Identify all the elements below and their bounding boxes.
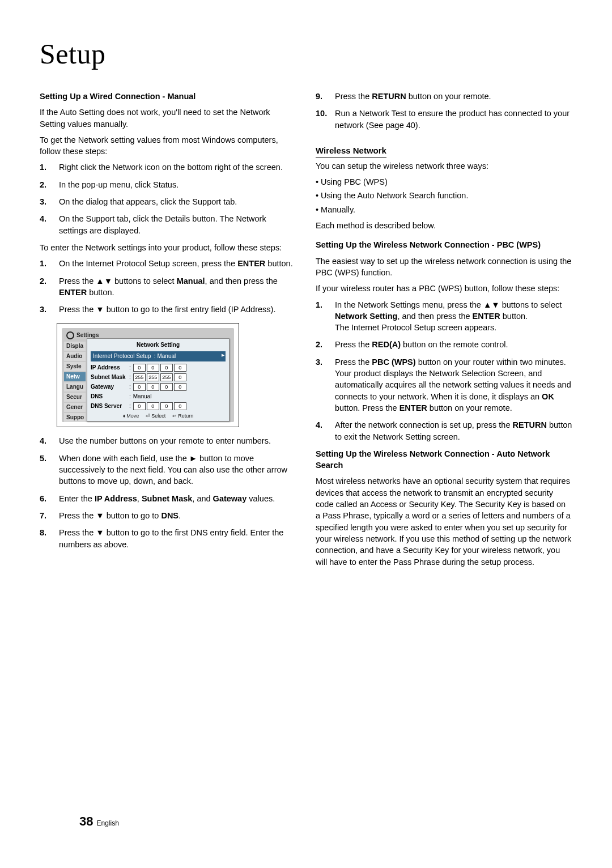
- sidebar-item: Audio: [64, 352, 86, 361]
- ip-octet: 0: [160, 402, 173, 410]
- heading-pbc-wps: Setting Up the Wireless Network Connecti…: [316, 239, 572, 250]
- list-item: Manually.: [316, 204, 572, 215]
- settings-sidebar: Displa Audio Syste Netw Langu Secur Gene…: [64, 342, 86, 423]
- sidebar-item: Syste: [64, 362, 86, 371]
- ip-octet: 0: [174, 402, 186, 410]
- step-text: Press the RED(A) button on the remote co…: [335, 339, 508, 350]
- step-text: Press the ▼ button to go to DNS.: [59, 510, 181, 521]
- paragraph: You can setup the wireless network three…: [316, 160, 572, 172]
- sidebar-item: Suppo: [64, 413, 86, 422]
- page-title: Setup: [40, 34, 572, 74]
- step-number: 3.: [40, 304, 51, 315]
- step-text: Press the RETURN button on your remote.: [335, 91, 491, 102]
- ip-address-row: IP Address: 0 0 0 0: [91, 364, 226, 372]
- chevron-right-icon: ▶: [222, 352, 224, 358]
- step-number: 1.: [40, 258, 51, 269]
- step-number: 3.: [316, 356, 327, 414]
- step-text: Press the ▼ button to go to the first DN…: [59, 527, 296, 550]
- step-text: After the network connection is set up, …: [335, 419, 572, 442]
- step-number: 4.: [316, 419, 327, 442]
- step-number: 10.: [316, 108, 327, 131]
- field-label: IP Address: [91, 364, 129, 372]
- step-number: 8.: [40, 527, 51, 550]
- ip-octet: 0: [147, 364, 159, 372]
- dns-row: DNS: Manual: [91, 393, 226, 401]
- return-hint: ↩ Return: [172, 412, 193, 420]
- page-lang: English: [96, 819, 118, 827]
- step-text: Run a Network Test to ensure the product…: [335, 108, 572, 131]
- steps-get-values: 1.Right click the Network icon on the bo…: [40, 161, 296, 236]
- sidebar-item-active: Netw: [64, 372, 86, 381]
- steps-enter-settings: 1.On the Internet Protocol Setup screen,…: [40, 258, 296, 315]
- step-text: On the Support tab, click the Details bu…: [59, 213, 296, 236]
- step-number: 2.: [40, 179, 51, 190]
- protocol-value: Manual: [157, 353, 176, 359]
- step-text: Press the ▼ button to go to the first en…: [59, 304, 275, 315]
- ip-octet: 0: [133, 364, 146, 372]
- step-text: On the Internet Protocol Setup screen, p…: [59, 258, 293, 269]
- network-setting-dialog: Network Setting Internet Protocol Setup …: [87, 338, 230, 422]
- paragraph: Most wireless networks have an optional …: [316, 475, 572, 567]
- paragraph: The easiest way to set up the wireless n…: [316, 256, 572, 279]
- subnet-mask-row: Subnet Mask: 255 255 255 0: [91, 373, 226, 381]
- ip-octet: 0: [174, 364, 186, 372]
- step-number: 3.: [40, 196, 51, 207]
- dns-value: Manual: [133, 393, 152, 401]
- paragraph: If your wireless router has a PBC (WPS) …: [316, 283, 572, 294]
- steps-continuation: 9.Press the RETURN button on your remote…: [316, 91, 572, 131]
- step-number: 6.: [40, 493, 51, 504]
- paragraph: If the Auto Setting does not work, you'l…: [40, 107, 296, 130]
- step-text: On the dialog that appears, click the Su…: [59, 196, 237, 207]
- ip-octet: 0: [133, 383, 146, 391]
- page-number: 38: [79, 814, 93, 828]
- settings-panel-illustration: Settings Displa Audio Syste Netw Langu S…: [57, 323, 239, 427]
- step-number: 4.: [40, 213, 51, 236]
- step-number: 5.: [40, 453, 51, 487]
- step-text: Press the ▲▼ buttons to select Manual, a…: [59, 275, 296, 299]
- step-text: Enter the IP Address, Subnet Mask, and G…: [59, 493, 275, 504]
- step-text: In the Network Settings menu, press the …: [335, 299, 572, 334]
- right-column: 9.Press the RETURN button on your remote…: [316, 91, 572, 572]
- list-item: Using the Auto Network Search function.: [316, 190, 572, 201]
- step-number: 2.: [40, 275, 51, 299]
- ip-octet: 0: [174, 383, 186, 391]
- left-column: Setting Up a Wired Connection - Manual I…: [40, 91, 296, 572]
- field-label: Gateway: [91, 383, 129, 391]
- step-number: 2.: [316, 339, 327, 350]
- step-text: When done with each field, use the ► but…: [59, 453, 296, 487]
- protocol-label: Internet Protocol Setup: [93, 353, 151, 359]
- step-number: 1.: [316, 299, 327, 334]
- field-label: DNS: [91, 393, 129, 401]
- step-number: 7.: [40, 510, 51, 521]
- page-footer: 38English: [79, 813, 119, 831]
- ip-octet: 0: [160, 364, 173, 372]
- dialog-title: Network Setting: [91, 341, 226, 349]
- ip-octet: 0: [147, 383, 159, 391]
- heading-auto-search: Setting Up the Wireless Network Connecti…: [316, 448, 572, 471]
- step-number: 4.: [40, 435, 51, 446]
- footer-keys: ♦ Move ⏎ Select ↩ Return: [91, 412, 226, 420]
- select-hint: ⏎ Select: [146, 412, 165, 420]
- step-number: 9.: [316, 91, 327, 102]
- steps-after-panel: 4.Use the number buttons on your remote …: [40, 435, 296, 550]
- paragraph: To enter the Network settings into your …: [40, 242, 296, 253]
- protocol-setup-row: Internet Protocol Setup : Manual ▶: [91, 351, 226, 361]
- ip-octet: 0: [147, 402, 159, 410]
- list-item: Using PBC (WPS): [316, 176, 572, 188]
- sidebar-item: Gener: [64, 403, 86, 412]
- step-text: Use the number buttons on your remote to…: [59, 435, 271, 446]
- wireless-methods-list: Using PBC (WPS) Using the Auto Network S…: [316, 176, 572, 215]
- ip-octet: 0: [133, 402, 146, 410]
- ip-octet: 255: [160, 373, 173, 381]
- paragraph: Each method is described below.: [316, 220, 572, 231]
- step-text: Press the PBC (WPS) button on your route…: [335, 356, 572, 414]
- sidebar-item: Secur: [64, 393, 86, 402]
- ip-octet: 255: [147, 373, 159, 381]
- gear-icon: [66, 331, 74, 339]
- pbc-steps: 1.In the Network Settings menu, press th…: [316, 299, 572, 442]
- dns-server-row: DNS Server: 0 0 0 0: [91, 402, 226, 410]
- ip-octet: 0: [174, 373, 186, 381]
- sidebar-item: Langu: [64, 382, 86, 392]
- step-text: In the pop-up menu, click Status.: [59, 179, 178, 190]
- heading-wired-manual: Setting Up a Wired Connection - Manual: [40, 91, 296, 102]
